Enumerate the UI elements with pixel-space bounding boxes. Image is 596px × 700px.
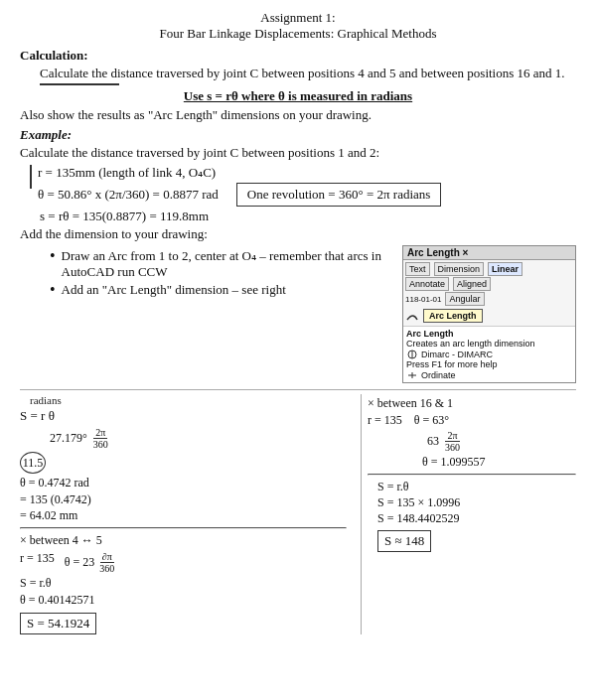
r-val-right: r = 135 xyxy=(368,413,402,428)
example-label: Example: xyxy=(20,127,72,142)
r-value: r = 135mm (length of link 4, O₄C) xyxy=(38,165,441,181)
title-section: Assignment 1: Four Bar Linkage Displacem… xyxy=(20,10,576,42)
arc-creates-text: Creates an arc length dimension xyxy=(406,339,572,349)
press-f1: Press F1 for more help xyxy=(406,359,572,369)
annotate-icon[interactable]: Annotate xyxy=(405,277,449,291)
autocad-tab-bar: Arc Length × xyxy=(403,246,575,260)
s-eq3-right: S = 148.4402529 xyxy=(377,511,576,526)
linear-icon[interactable]: Linear xyxy=(488,262,522,276)
angular-icon[interactable]: Angular xyxy=(445,292,484,306)
r-line-left: r = 135 xyxy=(20,551,55,574)
s-result: s = rθ = 135(0.8877) = 119.8mm xyxy=(40,209,576,224)
bullet-list: • Draw an Arc from 1 to 2, center at O₄ … xyxy=(50,248,396,298)
right-63: 63 xyxy=(427,434,439,449)
partial-frac-top: ∂π xyxy=(100,551,114,563)
s-eq2-right: S = 135 × 1.0996 xyxy=(377,495,576,510)
vertical-divider xyxy=(361,394,362,634)
autocad-icons-row1: Text Dimension Linear xyxy=(405,262,573,276)
arc-length-tab: Arc Length × xyxy=(407,247,468,258)
theta-rad: θ = 1.099557 xyxy=(422,455,576,470)
autocad-icons-row3: 118-01-01 Angular xyxy=(405,292,573,306)
arc-length-desc: Arc Length xyxy=(406,329,572,339)
title-line1: Assignment 1: xyxy=(20,10,576,26)
fraction-left: 2π 360 xyxy=(91,427,110,450)
revolution-box: One revolution = 360° = 2π radians xyxy=(236,183,442,207)
s-boxed-right: S ≈ 148 xyxy=(377,530,431,552)
r-val-row: 11.5 xyxy=(20,452,347,474)
r-theta-row-left: r = 135 θ = 23 ∂π 360 xyxy=(20,551,347,574)
dimension-icon[interactable]: Dimension xyxy=(434,262,485,276)
title-line2: Four Bar Linkage Displacements: Graphica… xyxy=(20,26,576,42)
bullet-text-1: Draw an Arc from 1 to 2, center at O₄ – … xyxy=(62,248,396,280)
s-final-box: S = 54.1924 xyxy=(20,613,96,634)
partial-frac-bot: 360 xyxy=(97,563,116,574)
autocad-toolbar-row: Text Dimension Linear Annotate Aligned 1… xyxy=(403,260,575,327)
frac-360: 360 xyxy=(91,439,110,450)
theta-equation: θ = 50.86° x (2π/360) = 0.8877 rad xyxy=(38,187,219,203)
autocad-icons-row2: Annotate Aligned xyxy=(405,277,573,291)
right-fraction: 2π 360 xyxy=(443,430,462,453)
frac-2pi: 2π xyxy=(93,427,107,439)
arc-icon xyxy=(405,311,419,321)
dimarc-row: Dimarc - DIMARC xyxy=(406,350,572,359)
dimarc-icon xyxy=(406,350,418,359)
r-circle-val: 11.5 xyxy=(23,456,44,471)
text-icon[interactable]: Text xyxy=(405,262,430,276)
coord-label: 118-01-01 xyxy=(405,295,441,304)
example-description: Calculate the distance traversed by join… xyxy=(20,145,576,161)
dimarc-label: Dimarc - DIMARC xyxy=(421,350,493,359)
section-between-left: × between 4 ↔ 5 xyxy=(20,533,347,548)
result2: = 64.02 mm xyxy=(20,508,347,523)
autocad-tooltip: Arc Length Creates an arc length dimensi… xyxy=(403,327,575,382)
ordinate-icon xyxy=(406,370,418,380)
s-eq2-left: S = r.θ xyxy=(20,576,347,591)
section-between-right: × between 16 & 1 xyxy=(368,396,576,411)
bullet-text-2: Add an "Arc Length" dimension – see righ… xyxy=(62,282,286,298)
bullet-item-2: • Add an "Arc Length" dimension – see ri… xyxy=(50,282,396,298)
theta-result-left: θ = 0.4742 rad xyxy=(20,476,347,490)
angle-calc-row: 27.179° 2π 360 xyxy=(50,427,347,450)
bullet-dot-1: • xyxy=(50,248,56,280)
angle-calc-value: 27.179° xyxy=(50,431,87,446)
s-eq1-right: S = r.θ xyxy=(377,480,576,494)
autocad-panel: Arc Length × Text Dimension Linear Annot… xyxy=(402,245,576,383)
ordinate-row: Ordinate xyxy=(406,370,572,380)
right-frac-bot: 360 xyxy=(443,442,462,453)
formula-label: Use s = rθ where θ is measured in radian… xyxy=(20,88,576,104)
r-circle: 11.5 xyxy=(20,452,46,474)
partial-fraction: ∂π 360 xyxy=(97,551,116,574)
calculation-description: Calculate the distance traversed by join… xyxy=(40,66,576,81)
aligned-icon[interactable]: Aligned xyxy=(453,277,491,291)
calculation-label: Calculation: xyxy=(20,48,88,63)
result1: = 135 (0.4742) xyxy=(20,492,347,507)
also-show: Also show the results as "Arc Length" di… xyxy=(20,107,576,123)
s-eq-left: S = r θ xyxy=(20,408,347,424)
ordinate-label: Ordinate xyxy=(421,370,456,380)
left-handwritten: radians S = r θ 27.179° 2π 360 11.5 θ = … xyxy=(20,394,355,634)
theta-23-row: θ = 23 ∂π 360 xyxy=(65,551,117,574)
right-frac-top: 2π xyxy=(445,430,459,442)
theta-final: θ = 0.40142571 xyxy=(20,593,347,608)
right-fraction-row: 63 2π 360 xyxy=(427,430,576,453)
theta-63: θ = 63° xyxy=(414,413,449,428)
arc-length-btn[interactable]: Arc Length xyxy=(423,309,483,323)
radians-label: radians xyxy=(30,394,347,406)
add-dimension: Add the dimension to your drawing: xyxy=(20,226,576,242)
right-handwritten: × between 16 & 1 r = 135 θ = 63° 63 2π 3… xyxy=(368,394,576,634)
page: Assignment 1: Four Bar Linkage Displacem… xyxy=(0,0,596,700)
r-theta-row-right: r = 135 θ = 63° xyxy=(368,413,576,428)
autocad-icons-row4: Arc Length xyxy=(405,308,573,324)
theta-23: θ = 23 xyxy=(65,555,95,570)
bullet-item-1: • Draw an Arc from 1 to 2, center at O₄ … xyxy=(50,248,396,280)
bullet-dot-2: • xyxy=(50,282,56,298)
